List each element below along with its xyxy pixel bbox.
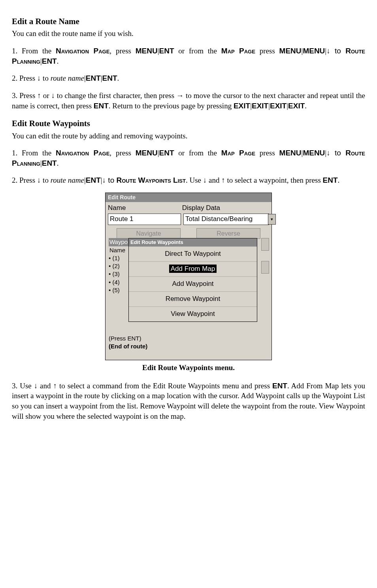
down-arrow-icon: ↓ to bbox=[326, 47, 345, 55]
paragraph: You can edit the route by adding and rem… bbox=[12, 131, 365, 141]
text: 1. From the bbox=[12, 149, 56, 157]
dialog-title: Edit Route bbox=[106, 193, 271, 202]
key-ent: ENT bbox=[323, 176, 338, 184]
heading-edit-route-waypoints: Edit Route Waypoints bbox=[12, 118, 365, 129]
step-1a: 1. From the Navigation Page, press MENU|… bbox=[12, 46, 365, 66]
step-2b: 2. Press ↓ to route name|ENT|↓ to Route … bbox=[12, 175, 365, 185]
key-ent: ENT bbox=[42, 57, 57, 65]
text-map-page: Map Page bbox=[221, 149, 255, 157]
down-arrow-icon: ↓ to bbox=[102, 176, 117, 184]
display-data-label: Display Data bbox=[182, 204, 269, 213]
text: . bbox=[57, 57, 59, 65]
list-item[interactable]: • (1) bbox=[109, 254, 128, 262]
text: 3. Use ↓ and ↑ to select a command from … bbox=[12, 382, 272, 390]
display-data-value: Total Distance/Bearing bbox=[185, 215, 253, 223]
text-map-page: Map Page bbox=[221, 47, 255, 55]
end-of-route: (End of route) bbox=[109, 342, 269, 350]
key-menu: MENU bbox=[279, 149, 302, 157]
text: or from the bbox=[174, 47, 221, 55]
text: . Use ↓ and ↑ to select a waypoint, then… bbox=[186, 176, 323, 184]
wp-4: (4) bbox=[112, 279, 119, 285]
menu-add-from-map-label: Add From Map bbox=[169, 265, 217, 273]
step-3a: 3. Press ↑ or ↓ to change the first char… bbox=[12, 91, 365, 111]
wp-3: (3) bbox=[112, 270, 119, 277]
key-ent: ENT bbox=[94, 102, 109, 110]
text: 1. From the bbox=[12, 47, 56, 55]
text: press bbox=[255, 149, 279, 157]
scrollbar-stub-bottom[interactable] bbox=[261, 261, 269, 274]
key-exit: EXIT bbox=[234, 102, 250, 110]
list-item[interactable]: • (3) bbox=[109, 270, 128, 278]
wp-1: (1) bbox=[112, 255, 119, 261]
key-menu: MENU bbox=[279, 47, 302, 55]
scrollbar-stub-top[interactable] bbox=[261, 238, 269, 251]
text-route-name: route name bbox=[51, 74, 84, 82]
reverse-button[interactable]: Reverse bbox=[196, 228, 260, 239]
step-3b: 3. Use ↓ and ↑ to select a command from … bbox=[12, 381, 365, 422]
route-name-input[interactable]: Route 1 bbox=[108, 214, 181, 225]
list-item[interactable]: • (2) bbox=[109, 262, 128, 270]
key-ent: ENT bbox=[102, 74, 117, 82]
name-label: Name bbox=[108, 204, 182, 213]
step-1b: 1. From the Navigation Page, press MENU|… bbox=[12, 148, 365, 168]
wp-2: (2) bbox=[112, 263, 119, 269]
key-exit: EXIT bbox=[288, 102, 305, 110]
text-route-name: route name bbox=[51, 176, 84, 184]
key-menu: MENU bbox=[303, 47, 325, 55]
text: . Return to the previous page by pressin… bbox=[109, 102, 234, 110]
text: . bbox=[117, 74, 119, 82]
step-2a: 2. Press ↓ to route name|ENT|ENT. bbox=[12, 73, 365, 83]
dropdown-arrow-icon[interactable]: ▾ bbox=[268, 214, 276, 225]
submenu-title: Edit Route Waypoints bbox=[129, 238, 257, 246]
menu-direct-to-waypoint[interactable]: Direct To Waypoint bbox=[129, 246, 257, 261]
key-exit: EXIT bbox=[252, 102, 268, 110]
navigate-button[interactable]: Navigate bbox=[117, 228, 181, 239]
key-ent: ENT bbox=[272, 382, 287, 390]
list-item[interactable]: • (4) bbox=[109, 278, 128, 286]
menu-add-from-map[interactable]: Add From Map bbox=[129, 261, 257, 276]
text: 2. Press ↓ to bbox=[12, 176, 51, 184]
wp-5: (5) bbox=[112, 287, 119, 293]
text: or from the bbox=[174, 149, 221, 157]
edit-route-waypoints-menu: Edit Route Waypoints Direct To Waypoint … bbox=[128, 238, 257, 321]
heading-edit-route-name: Edit a Route Name bbox=[12, 16, 365, 27]
key-exit: EXIT bbox=[270, 102, 287, 110]
paragraph: You can edit the route name if you wish. bbox=[12, 28, 365, 39]
text-route-wp-list: Route Waypoints List bbox=[117, 176, 186, 184]
text: , press bbox=[109, 47, 135, 55]
press-ent-hint: (Press ENT) bbox=[109, 335, 269, 342]
key-ent: ENT bbox=[159, 47, 174, 55]
key-menu: MENU bbox=[136, 47, 158, 55]
text: , press bbox=[109, 149, 135, 157]
text: . bbox=[57, 159, 59, 167]
key-ent: ENT bbox=[86, 74, 101, 82]
key-menu: MENU bbox=[136, 149, 158, 157]
name-col-partial: Name bbox=[109, 246, 128, 254]
list-item[interactable]: • (5) bbox=[109, 286, 128, 294]
figure-caption: Edit Route Waypoints menu. bbox=[12, 363, 365, 373]
text-nav-page: Navigation Page bbox=[56, 47, 109, 55]
key-ent: ENT bbox=[86, 176, 101, 184]
menu-add-waypoint[interactable]: Add Waypoint bbox=[129, 276, 257, 291]
key-menu: MENU bbox=[303, 149, 325, 157]
menu-view-waypoint[interactable]: View Waypoint bbox=[129, 306, 257, 321]
key-ent: ENT bbox=[42, 159, 57, 167]
display-data-select[interactable]: Total Distance/Bearing ▾ bbox=[183, 214, 269, 225]
text: 2. Press ↓ to bbox=[12, 74, 51, 82]
key-ent: ENT bbox=[159, 149, 174, 157]
text: . bbox=[338, 176, 340, 184]
menu-remove-waypoint[interactable]: Remove Waypoint bbox=[129, 291, 257, 306]
text-nav-page: Navigation Page bbox=[56, 149, 109, 157]
text: press bbox=[255, 47, 279, 55]
waypoints-header-partial: Waypo bbox=[109, 238, 128, 246]
waypoint-list-partial: Waypo Name • (1) • (2) • (3) • (4) • (5) bbox=[109, 238, 128, 294]
edit-route-dialog: Edit Route Name Display Data Route 1 Tot… bbox=[105, 193, 272, 360]
down-arrow-icon: ↓ to bbox=[326, 149, 345, 157]
text: . bbox=[305, 102, 307, 110]
